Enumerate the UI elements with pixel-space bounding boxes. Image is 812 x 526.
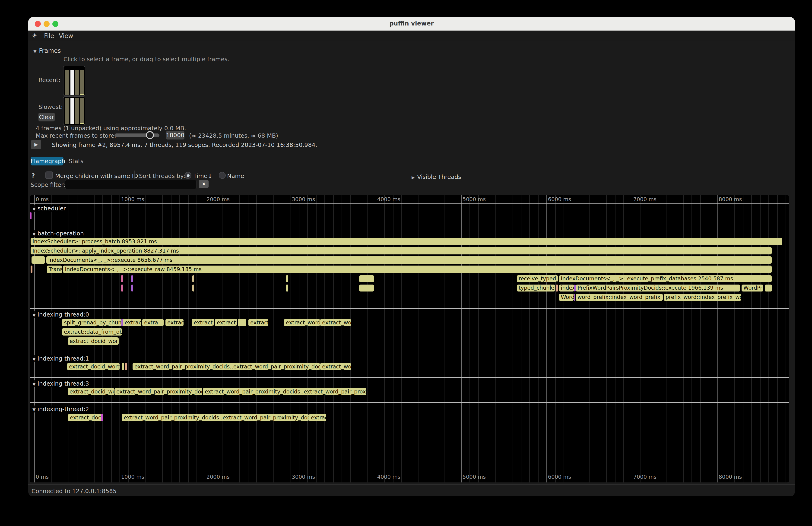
scope-bar-small[interactable]	[101, 414, 103, 421]
scope-bar[interactable]: extract_wo	[320, 363, 351, 370]
scope-bar-small[interactable]	[121, 275, 123, 282]
scope-bar-small[interactable]	[238, 319, 246, 326]
scope-bar[interactable]: extract_wo	[320, 319, 351, 326]
scope-bar-small[interactable]	[121, 319, 122, 326]
sort-threads-label: Sort threads by:	[139, 172, 185, 179]
scope-bar-small[interactable]	[556, 284, 558, 292]
merge-children-checkbox[interactable]	[45, 172, 53, 179]
scope-bar[interactable]: extract::data_from_ob	[62, 328, 122, 336]
scope-bar[interactable]: extract	[248, 319, 269, 326]
scope-bar[interactable]: typed_chunk::w	[517, 284, 555, 292]
flamegraph-canvas[interactable]: 0 ms1000 ms2000 ms3000 ms4000 ms5000 ms6…	[30, 195, 789, 482]
max-frames-value[interactable]: 18000	[166, 131, 185, 140]
theme-toggle-icon[interactable]: ☀	[32, 32, 37, 39]
scope-bar[interactable]: prefix_word::index_prefix_wo	[664, 294, 741, 301]
sort-by-name-radio[interactable]	[219, 172, 226, 179]
scope-bar[interactable]: IndexScheduler>::apply_index_operation 8…	[31, 247, 772, 254]
frame-thumb-bar[interactable]	[80, 70, 84, 95]
scope-bar[interactable]: extract_word_pair_proximity_docids::extr…	[203, 388, 366, 395]
time-axis-label: 0 ms	[36, 196, 49, 203]
play-button[interactable]: ▶	[31, 140, 41, 149]
scope-bar-small[interactable]	[125, 363, 127, 370]
frame-thumb-bar[interactable]	[75, 70, 79, 95]
scope-bar[interactable]: extract_word_pair_proximity_docids	[115, 388, 202, 395]
scope-bar[interactable]: IndexDocuments<_, _>::execute 8656.677 m…	[46, 256, 772, 264]
thread-header-batch-operation[interactable]: ▼ batch-operation	[31, 230, 86, 237]
frame-thumb-bar[interactable]	[80, 98, 84, 124]
scope-bar[interactable]: Word	[559, 294, 574, 301]
scope-bar[interactable]: extract	[123, 319, 141, 326]
thread-header-indexing-thread-1[interactable]: ▼ indexing-thread:1	[31, 355, 91, 362]
scope-bar[interactable]: extract_	[215, 319, 237, 326]
scope-bar-small[interactable]	[192, 284, 194, 292]
frame-thumb-bar[interactable]	[75, 98, 79, 124]
showing-frame-status: Showing frame #2, 8957.4 ms, 7 threads, …	[52, 141, 317, 148]
scope-bar-small[interactable]	[286, 284, 288, 292]
scope-bar[interactable]: receive_typed_	[517, 275, 558, 282]
scope-bar-small[interactable]	[286, 275, 288, 282]
scope-bar[interactable]: WordPr	[742, 284, 763, 292]
menu-file[interactable]: File	[44, 32, 54, 39]
scope-bar[interactable]: extract_word_pair_proximity_docids::extr…	[133, 363, 320, 370]
help-button[interactable]: ?	[31, 172, 35, 179]
scope-bar-small[interactable]	[31, 265, 32, 273]
frames-section-header[interactable]: ▼ Frames	[33, 46, 61, 55]
frame-thumb-bar[interactable]	[66, 70, 69, 95]
scope-bar[interactable]: split_grenad_by_chun	[62, 319, 121, 326]
thread-header-indexing-thread-2[interactable]: ▼ indexing-thread:2	[31, 406, 91, 412]
thread-header-indexing-thread-3[interactable]: ▼ indexing-thread:3	[31, 380, 91, 387]
sort-by-time-radio[interactable]	[185, 172, 191, 179]
sort-by-time-label[interactable]: Time	[193, 172, 207, 179]
scope-bar[interactable]: IndexScheduler>::process_batch 8953.821 …	[31, 238, 782, 245]
slowest-frames-thumbnail[interactable]	[63, 97, 85, 125]
thread-header-indexing-thread-0[interactable]: ▼ indexing-thread:0	[31, 311, 91, 318]
scope-bar-small[interactable]	[574, 294, 575, 301]
scope-bar[interactable]: extrac	[309, 414, 326, 421]
scope-bar[interactable]: extract_docid_wor	[68, 337, 119, 345]
scope-bar[interactable]: word_prefix::index_word_prefix_	[576, 294, 663, 301]
clear-frames-button[interactable]: Clear	[39, 113, 55, 121]
thread-header-scheduler[interactable]: ▼ scheduler	[31, 205, 68, 212]
merge-children-label[interactable]: Merge children with same ID	[55, 172, 138, 179]
frame-thumb-bar[interactable]	[70, 98, 74, 124]
scope-bar-small[interactable]	[574, 284, 576, 292]
scope-bar-small[interactable]	[359, 284, 374, 292]
scope-bar-small[interactable]	[30, 212, 31, 219]
scope-bar[interactable]: IndexDocuments<_, _>::execute_raw 8459.1…	[63, 265, 772, 273]
scope-bar[interactable]: Trans	[47, 265, 62, 273]
scope-filter-input[interactable]	[65, 180, 197, 189]
scope-bar-small[interactable]	[131, 275, 133, 282]
scope-bar[interactable]: extrac	[165, 319, 184, 326]
scope-bar[interactable]: extract_docid_word	[67, 363, 119, 370]
frame-thumb-bar[interactable]	[66, 98, 69, 124]
scope-bar[interactable]: extract_docid_word	[68, 388, 114, 395]
menu-view[interactable]: View	[59, 32, 73, 39]
scope-bar-small[interactable]	[131, 284, 133, 292]
scope-bar-small[interactable]	[31, 256, 45, 264]
scope-filter-clear-button[interactable]: x	[199, 180, 208, 188]
max-frames-slider-knob[interactable]	[146, 131, 154, 139]
scope-bar[interactable]: extra	[142, 319, 164, 326]
collapse-triangle-icon: ▼	[32, 207, 36, 211]
scope-bar[interactable]: extract_doc	[68, 414, 101, 421]
scope-bar-small[interactable]	[192, 275, 194, 282]
scope-bar[interactable]: index	[559, 284, 574, 292]
recent-frames-thumbnail[interactable]	[63, 66, 85, 96]
scope-bar-small[interactable]	[121, 284, 123, 292]
scope-bar-small[interactable]	[122, 363, 124, 370]
visible-threads-header[interactable]: ▶ Visible Threads	[411, 172, 461, 181]
scope-bar[interactable]: extract_word	[284, 319, 320, 326]
tab-flamegraph[interactable]: Flamegraph	[31, 157, 63, 165]
scope-bar-small[interactable]	[359, 275, 374, 282]
frame-thumb-bar[interactable]	[70, 70, 74, 95]
scope-bar[interactable]: PrefixWordPairsProximityDocids::execute …	[576, 284, 740, 292]
scope-bar-small[interactable]	[765, 284, 772, 292]
sort-direction-arrow-icon[interactable]: ↓	[208, 172, 213, 179]
scope-bar[interactable]: IndexDocuments<_, _>::execute_prefix_dat…	[559, 275, 772, 282]
collapse-triangle-icon: ▼	[32, 407, 36, 412]
scope-bar[interactable]: extract_word_pair_proximity_docids::extr…	[122, 414, 309, 421]
tab-stats[interactable]: Stats	[67, 157, 85, 165]
sort-by-name-label[interactable]: Name	[227, 172, 244, 179]
frame-thumb-bar-notch	[80, 123, 84, 124]
scope-bar[interactable]: extract_	[192, 319, 214, 326]
